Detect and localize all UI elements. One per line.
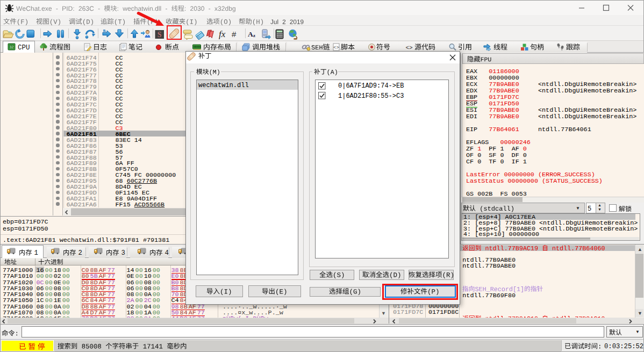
svg-text:<>: <>	[405, 45, 412, 51]
svg-text:A: A	[248, 30, 253, 38]
svg-text:#: #	[232, 30, 237, 39]
svg-text:S: S	[158, 31, 162, 39]
svg-text:32: 32	[10, 45, 14, 49]
svg-text:<>: <>	[333, 45, 339, 51]
svg-text:z: z	[253, 33, 255, 38]
svg-text:fx: fx	[219, 29, 226, 39]
